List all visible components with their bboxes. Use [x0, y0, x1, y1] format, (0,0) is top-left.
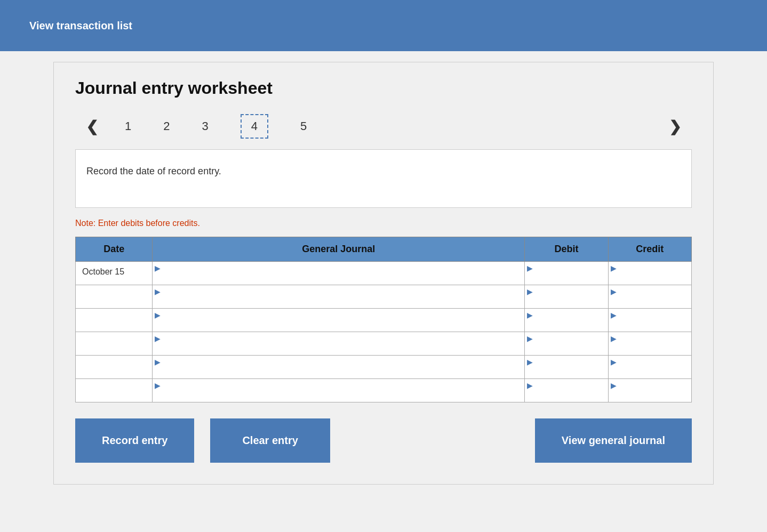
- step-3[interactable]: 3: [202, 119, 209, 133]
- table-header-row: Date General Journal Debit Credit: [76, 237, 692, 262]
- debit-input-0[interactable]: [525, 262, 608, 285]
- step-navigation: ❮ 1 2 3 4 5 ❯: [75, 114, 692, 139]
- date-cell-1: [76, 285, 153, 309]
- table-row: ▶▶▶: [76, 379, 692, 402]
- credit-input-2[interactable]: [609, 309, 691, 332]
- general-journal-cell-0[interactable]: ▶: [153, 262, 525, 285]
- table-row: ▶▶▶: [76, 309, 692, 332]
- note-text: Note: Enter debits before credits.: [75, 219, 692, 228]
- date-cell-2: [76, 309, 153, 332]
- date-cell-4: [76, 356, 153, 379]
- date-cell-3: [76, 332, 153, 356]
- step-1[interactable]: 1: [125, 119, 131, 133]
- debit-cell-5[interactable]: ▶: [525, 379, 608, 402]
- debit-cell-4[interactable]: ▶: [525, 356, 608, 379]
- table-row: ▶▶▶: [76, 332, 692, 356]
- main-container: Journal entry worksheet ❮ 1 2 3 4 5 ❯ Re…: [53, 62, 714, 485]
- general-journal-input-2[interactable]: [153, 309, 524, 332]
- credit-cell-5[interactable]: ▶: [608, 379, 691, 402]
- table-row: ▶▶▶: [76, 285, 692, 309]
- step-4-active[interactable]: 4: [241, 114, 268, 139]
- debit-cell-2[interactable]: ▶: [525, 309, 608, 332]
- prev-step-button[interactable]: ❮: [75, 118, 109, 135]
- general-journal-input-3[interactable]: [153, 332, 524, 355]
- debit-input-4[interactable]: [525, 356, 608, 378]
- general-journal-input-0[interactable]: [153, 262, 524, 285]
- general-journal-input-5[interactable]: [153, 379, 524, 402]
- credit-input-4[interactable]: [609, 356, 691, 378]
- next-step-button[interactable]: ❯: [658, 118, 692, 135]
- debit-input-5[interactable]: [525, 379, 608, 402]
- debit-input-3[interactable]: [525, 332, 608, 355]
- table-row: ▶▶▶: [76, 356, 692, 379]
- general-journal-cell-2[interactable]: ▶: [153, 309, 525, 332]
- general-journal-cell-4[interactable]: ▶: [153, 356, 525, 379]
- debit-input-1[interactable]: [525, 285, 608, 308]
- worksheet-title: Journal entry worksheet: [75, 78, 692, 98]
- bottom-buttons: Record entry Clear entry View general jo…: [75, 418, 692, 463]
- credit-header: Credit: [608, 237, 691, 262]
- credit-input-1[interactable]: [609, 285, 691, 308]
- credit-cell-4[interactable]: ▶: [608, 356, 691, 379]
- general-journal-input-4[interactable]: [153, 356, 524, 378]
- general-journal-cell-3[interactable]: ▶: [153, 332, 525, 356]
- general-journal-cell-1[interactable]: ▶: [153, 285, 525, 309]
- date-cell-5: [76, 379, 153, 402]
- credit-cell-2[interactable]: ▶: [608, 309, 691, 332]
- top-bar: View transaction list: [0, 0, 767, 51]
- general-journal-cell-5[interactable]: ▶: [153, 379, 525, 402]
- table-row: October 15▶▶▶: [76, 262, 692, 285]
- date-header: Date: [76, 237, 153, 262]
- general-journal-header: General Journal: [153, 237, 525, 262]
- step-5[interactable]: 5: [300, 119, 307, 133]
- credit-input-5[interactable]: [609, 379, 691, 402]
- view-general-journal-button[interactable]: View general journal: [535, 418, 692, 463]
- credit-cell-3[interactable]: ▶: [608, 332, 691, 356]
- debit-cell-3[interactable]: ▶: [525, 332, 608, 356]
- record-entry-button[interactable]: Record entry: [75, 418, 194, 463]
- credit-input-0[interactable]: [609, 262, 691, 285]
- credit-input-3[interactable]: [609, 332, 691, 355]
- step-2[interactable]: 2: [163, 119, 170, 133]
- date-cell-0: October 15: [76, 262, 153, 285]
- instruction-box: Record the date of record entry.: [75, 149, 692, 208]
- debit-header: Debit: [525, 237, 608, 262]
- instruction-text: Record the date of record entry.: [86, 166, 221, 176]
- clear-entry-button[interactable]: Clear entry: [210, 418, 330, 463]
- credit-cell-0[interactable]: ▶: [608, 262, 691, 285]
- debit-input-2[interactable]: [525, 309, 608, 332]
- general-journal-input-1[interactable]: [153, 285, 524, 308]
- debit-cell-0[interactable]: ▶: [525, 262, 608, 285]
- view-transaction-button[interactable]: View transaction list: [14, 10, 147, 42]
- debit-cell-1[interactable]: ▶: [525, 285, 608, 309]
- journal-table: Date General Journal Debit Credit Octobe…: [75, 237, 692, 402]
- credit-cell-1[interactable]: ▶: [608, 285, 691, 309]
